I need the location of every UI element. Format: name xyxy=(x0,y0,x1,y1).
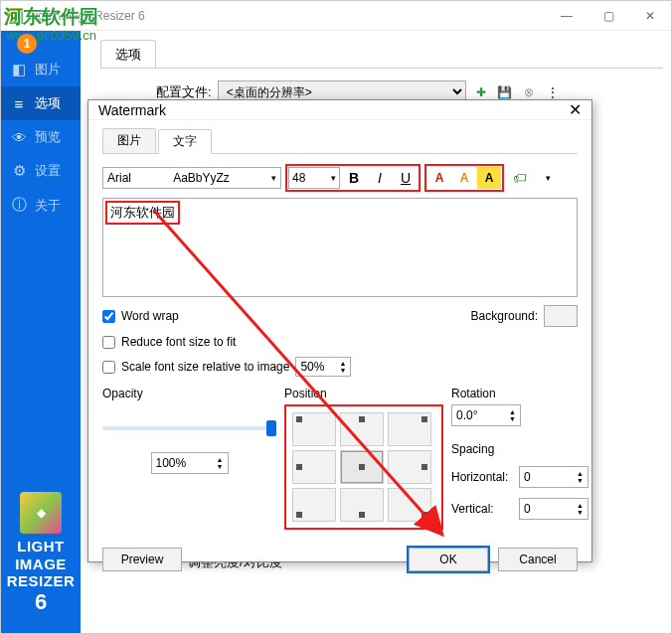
sidebar-item-settings[interactable]: ⚙设置 xyxy=(1,154,81,188)
opacity-slider[interactable] xyxy=(102,426,276,430)
sidebar-item-preview[interactable]: 👁预览 xyxy=(1,120,81,154)
position-bottom-center[interactable] xyxy=(340,488,384,522)
gear-icon: ⚙ xyxy=(11,162,27,180)
dialog-title: Watermark xyxy=(98,102,166,118)
profile-label: 配置文件: xyxy=(156,83,212,101)
window-maximize[interactable]: ▢ xyxy=(588,2,629,30)
watermark-text-input[interactable]: 河东软件园 xyxy=(102,198,578,297)
scale-font-checkbox[interactable] xyxy=(102,361,115,374)
sidebar-item-options[interactable]: ≡选项 xyxy=(1,86,81,120)
brand-logo: ◆ xyxy=(20,492,62,534)
sidebar-item-images[interactable]: ◧图片 xyxy=(1,53,81,86)
tag-button[interactable]: 🏷 xyxy=(508,167,532,189)
tab-watermark-image[interactable]: 图片 xyxy=(102,128,156,153)
position-middle-left[interactable] xyxy=(292,450,336,484)
reduce-font-checkbox[interactable] xyxy=(102,336,115,349)
position-bottom-right[interactable] xyxy=(388,488,431,522)
profile-more-icon[interactable]: ⋮ xyxy=(544,83,562,101)
opacity-label: Opacity xyxy=(102,387,276,400)
dialog-close-icon[interactable]: ✕ xyxy=(569,100,582,119)
app-title: Light Image Resizer 6 xyxy=(29,9,546,23)
site-watermark-text: 河东软件园 xyxy=(4,4,98,30)
eye-icon: 👁 xyxy=(11,129,27,146)
opacity-slider-thumb[interactable] xyxy=(266,420,276,436)
position-bottom-left[interactable] xyxy=(292,488,336,522)
font-family-select[interactable]: Arial AaBbYyZz ▾ xyxy=(102,167,281,189)
info-icon: ⓘ xyxy=(11,196,27,215)
scale-percent-spinner[interactable]: 50%▲▼ xyxy=(295,357,351,377)
position-top-left[interactable] xyxy=(292,412,336,446)
spacing-horizontal-spinner[interactable]: 0▲▼ xyxy=(519,466,588,488)
sliders-icon: ≡ xyxy=(11,95,27,112)
tag-dropdown[interactable]: ▾ xyxy=(536,167,560,189)
underline-button[interactable]: U xyxy=(394,167,418,189)
profile-add-icon[interactable]: ✚ xyxy=(472,83,490,101)
profile-save-icon[interactable]: 💾 xyxy=(496,83,514,101)
font-color-yellow[interactable]: A xyxy=(477,167,501,189)
watermark-dialog: Watermark ✕ 图片 文字 Arial AaBbYyZz ▾ 48▾ B… xyxy=(87,99,592,562)
titlebar: Light Image Resizer 6 — ▢ ✕ xyxy=(1,1,671,31)
position-middle-center[interactable] xyxy=(340,450,384,484)
rotation-label: Rotation xyxy=(451,387,588,400)
sidebar: ◧图片 ≡选项 👁预览 ⚙设置 ⓘ关于 ◆ LIGHT IMAGE RESIZE… xyxy=(1,31,81,633)
font-color-red[interactable]: A xyxy=(427,167,451,189)
window-close[interactable]: ✕ xyxy=(629,2,671,30)
ok-button[interactable]: OK xyxy=(409,548,488,571)
word-wrap-checkbox[interactable] xyxy=(102,310,115,323)
position-top-center[interactable] xyxy=(340,412,384,446)
italic-button[interactable]: I xyxy=(368,167,392,189)
cancel-button[interactable]: Cancel xyxy=(498,548,578,571)
tab-options[interactable]: 选项 xyxy=(100,40,156,68)
spacing-vertical-spinner[interactable]: 0▲▼ xyxy=(519,498,588,520)
font-color-orange[interactable]: A xyxy=(452,167,476,189)
step-badge: 1 xyxy=(17,34,37,54)
background-color-swatch[interactable] xyxy=(544,305,578,327)
bold-button[interactable]: B xyxy=(342,167,366,189)
tab-watermark-text[interactable]: 文字 xyxy=(158,129,212,154)
position-middle-right[interactable] xyxy=(388,450,431,484)
image-icon: ◧ xyxy=(11,61,27,79)
window-minimize[interactable]: — xyxy=(546,2,588,30)
opacity-value-spinner[interactable]: 100%▲▼ xyxy=(151,452,229,474)
profile-delete-icon[interactable]: ⊗ xyxy=(520,83,538,101)
chevron-down-icon: ▾ xyxy=(271,173,276,183)
sidebar-item-about[interactable]: ⓘ关于 xyxy=(1,188,81,223)
position-label: Position xyxy=(284,387,443,400)
rotation-spinner[interactable]: 0.0°▲▼ xyxy=(451,404,521,426)
font-size-select[interactable]: 48▾ xyxy=(288,167,340,189)
position-grid xyxy=(284,404,443,530)
position-top-right[interactable] xyxy=(388,412,431,446)
preview-button[interactable]: Preview xyxy=(102,548,182,571)
spacing-label: Spacing xyxy=(451,442,588,456)
sidebar-brand: ◆ LIGHT IMAGE RESIZER 6 xyxy=(1,492,81,633)
